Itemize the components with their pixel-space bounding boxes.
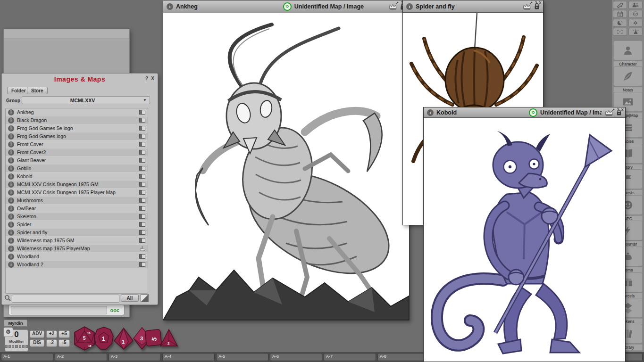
disadvantage-button[interactable]: DIS <box>30 339 44 347</box>
help-icon[interactable]: ? <box>535 1 537 5</box>
minus2-button[interactable]: -2 <box>46 339 57 347</box>
calendar-button[interactable] <box>613 10 627 18</box>
search-input[interactable] <box>12 295 119 303</box>
hotkey-slot[interactable]: A-6 <box>270 353 322 361</box>
d20-die[interactable]: 5 16 18 <box>74 326 95 351</box>
info-icon[interactable] <box>8 109 14 115</box>
list-item[interactable]: Spider and fly <box>6 229 148 236</box>
list-item[interactable]: Wilderness map 1975 GM <box>6 237 148 244</box>
info-icon[interactable] <box>8 246 14 252</box>
window-link-icon <box>139 190 145 195</box>
info-icon[interactable] <box>167 3 173 10</box>
info-icon[interactable] <box>8 125 14 132</box>
info-icon[interactable] <box>8 141 14 148</box>
list-item[interactable]: Wilderness map 1975 PlayerMap <box>6 245 148 252</box>
ankheg-image-canvas[interactable] <box>163 13 409 320</box>
list-item[interactable]: Ankheg <box>6 108 148 116</box>
hotkey-slot[interactable]: A-4 <box>162 353 215 361</box>
chat-identity-tab[interactable]: Myrdin <box>4 320 27 327</box>
list-item[interactable]: Front Cover2 <box>6 148 148 156</box>
chat-header[interactable] <box>4 29 129 39</box>
d10-die[interactable]: 1 <box>113 328 134 350</box>
help-icon[interactable]: ? <box>617 108 619 112</box>
hotkey-slot[interactable]: A-7 <box>324 353 376 361</box>
info-icon[interactable] <box>8 214 14 220</box>
lighting-button[interactable] <box>613 19 627 27</box>
close-icon[interactable]: X <box>621 108 624 112</box>
party-sheet-button[interactable] <box>628 1 643 9</box>
svg-text:3: 3 <box>140 336 143 341</box>
info-icon[interactable] <box>8 117 14 123</box>
plus5-button[interactable]: +5 <box>59 330 70 338</box>
maximize-icon[interactable]: ↗ <box>395 1 399 5</box>
close-icon[interactable]: X <box>539 1 542 5</box>
list-item[interactable]: Spider <box>6 221 148 228</box>
store-button[interactable]: Store <box>27 87 48 94</box>
spider-titlebar[interactable]: Spider and fly ↗?X <box>403 0 543 13</box>
info-icon[interactable] <box>8 181 14 188</box>
minus5-button[interactable]: -5 <box>59 339 70 347</box>
list-item[interactable]: Frog God Games logo <box>6 132 148 140</box>
d12-die[interactable]: 1 <box>94 327 114 350</box>
list-item[interactable]: Woodland <box>6 253 148 260</box>
info-icon[interactable] <box>8 262 14 268</box>
list-item[interactable]: Frog God Games 5e logo <box>6 124 148 132</box>
hotkey-slot[interactable]: A-1 <box>1 353 53 361</box>
info-icon[interactable] <box>8 238 14 244</box>
info-icon[interactable] <box>8 165 14 172</box>
focus-button[interactable] <box>613 28 627 36</box>
list-item[interactable]: Front Cover <box>6 140 148 148</box>
info-icon[interactable] <box>8 197 14 204</box>
info-icon[interactable] <box>8 133 14 140</box>
modifier-gear-icon[interactable]: ⚙ <box>3 327 13 337</box>
advantage-button[interactable]: ADV <box>30 330 44 338</box>
chat-mode-label[interactable]: ooc <box>107 307 122 313</box>
info-icon[interactable] <box>8 173 14 180</box>
sidebar-item-notes[interactable]: Notes <box>613 66 643 93</box>
maximize-icon[interactable]: ↗ <box>611 108 615 112</box>
effects-button[interactable] <box>613 1 627 9</box>
hotkey-slot[interactable]: A-8 <box>377 353 430 361</box>
d4-die[interactable]: 2 <box>159 329 178 347</box>
list-item[interactable]: MCMLXXV Crisis Dungeon 1975 Player Map <box>6 189 148 196</box>
svg-text:5: 5 <box>83 336 86 341</box>
info-icon[interactable] <box>8 157 14 164</box>
options-button[interactable] <box>628 19 643 27</box>
filter-all-button[interactable]: All <box>121 294 139 302</box>
ankheg-titlebar[interactable]: Ankheg ID Unidentified Map / Image ↗?X <box>163 0 409 13</box>
diagonal-split-icon[interactable] <box>141 294 149 302</box>
hotkey-slot[interactable]: A-3 <box>109 353 161 361</box>
info-icon[interactable] <box>8 230 14 236</box>
list-item[interactable]: Giant Beaver <box>6 156 148 164</box>
kobold-titlebar[interactable]: Kobold ID Unidentified Map / Image ↗?X <box>424 107 625 118</box>
player-vision-button[interactable] <box>628 28 643 36</box>
list-item[interactable]: Kobold <box>6 173 148 180</box>
plus2-button[interactable]: +2 <box>46 330 57 338</box>
list-item[interactable]: Mushrooms <box>6 197 148 204</box>
hotkey-slot[interactable]: A-2 <box>55 353 107 361</box>
list-item[interactable]: OwlBear <box>6 205 148 212</box>
tokens-palette-button[interactable] <box>628 10 643 18</box>
hotkey-slot[interactable]: A-5 <box>216 353 268 361</box>
kobold-image-canvas[interactable] <box>424 118 625 362</box>
list-item[interactable]: Goblin <box>6 165 148 172</box>
list-item[interactable]: Black Dragon <box>6 116 148 124</box>
window-link-icon <box>139 198 145 203</box>
list-item[interactable]: Skeleton <box>6 213 148 220</box>
info-icon[interactable] <box>8 149 14 156</box>
list-item[interactable]: Woodland 2 <box>6 261 148 268</box>
info-icon[interactable] <box>8 254 14 260</box>
info-icon[interactable] <box>8 206 14 212</box>
window-link-icon <box>139 254 145 259</box>
maximize-icon[interactable]: ↗ <box>529 1 533 5</box>
info-icon[interactable] <box>8 189 14 196</box>
chat-input[interactable] <box>11 306 107 314</box>
group-dropdown[interactable]: MCMLXXV <box>22 96 150 104</box>
panel-help-button[interactable]: ? <box>145 76 148 81</box>
list-item[interactable]: MCMLXXV Crisis Dungeon 1975 GM <box>6 181 148 188</box>
info-icon[interactable] <box>406 3 413 10</box>
info-icon[interactable] <box>8 222 14 228</box>
info-icon[interactable] <box>427 109 434 116</box>
panel-close-button[interactable]: X <box>151 76 154 81</box>
sidebar-item-character[interactable]: Character <box>613 41 643 67</box>
